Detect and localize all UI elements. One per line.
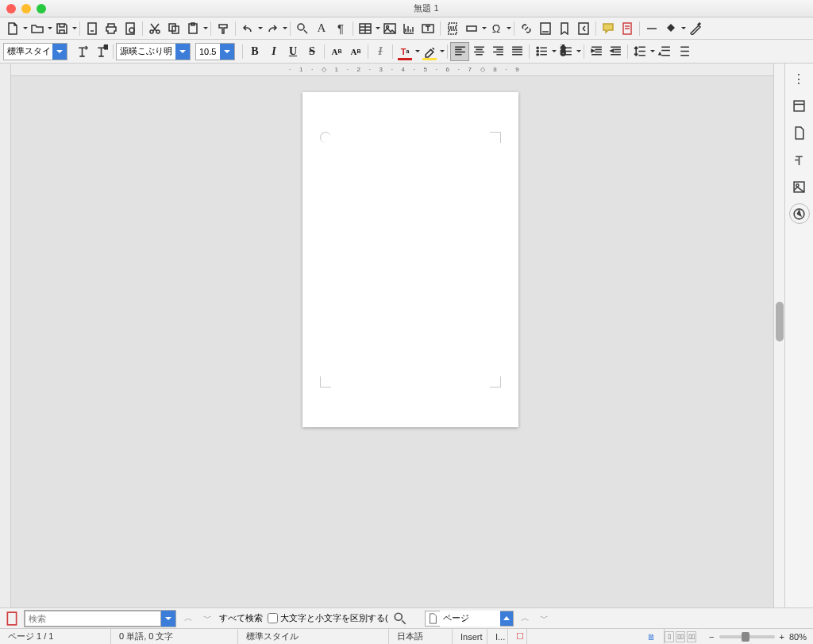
bold-icon[interactable]: B [245, 42, 264, 61]
insert-table-icon[interactable] [356, 19, 375, 38]
font-name-input[interactable] [117, 44, 175, 60]
clear-formatting-icon[interactable]: I [371, 42, 390, 61]
new-document-dropdown[interactable] [22, 19, 28, 38]
status-word-count[interactable]: 0 単語, 0 文字 [111, 629, 238, 644]
zoom-window-button[interactable] [37, 4, 46, 13]
insert-hyperlink-icon[interactable] [517, 19, 536, 38]
decrease-para-spacing-icon[interactable] [674, 42, 693, 61]
close-window-button[interactable] [6, 4, 16, 13]
open-document-dropdown[interactable] [47, 19, 52, 38]
font-size-dropdown-button[interactable] [220, 44, 234, 60]
line-spacing-dropdown[interactable] [649, 42, 655, 61]
paste-dropdown[interactable] [202, 19, 208, 38]
font-name-dropdown-button[interactable] [175, 44, 190, 60]
close-find-icon[interactable] [5, 611, 19, 626]
match-case-input[interactable] [268, 613, 278, 623]
status-language[interactable]: 日本語 [389, 629, 453, 644]
insert-chart-icon[interactable] [399, 19, 418, 38]
minimize-window-button[interactable] [21, 4, 31, 13]
navigate-by-input[interactable] [440, 611, 500, 627]
clone-formatting-icon[interactable] [214, 19, 233, 38]
paragraph-style-input[interactable] [4, 44, 52, 60]
insert-image-icon[interactable] [380, 19, 399, 38]
superscript-icon[interactable]: AB [327, 42, 346, 61]
basic-shapes-icon[interactable] [661, 19, 680, 38]
new-document-icon[interactable] [3, 19, 22, 38]
vertical-ruler[interactable] [0, 64, 11, 607]
save-document-dropdown[interactable] [71, 19, 77, 38]
basic-shapes-dropdown[interactable] [680, 19, 686, 38]
insert-textbox-icon[interactable] [418, 19, 437, 38]
font-color-dropdown[interactable] [414, 42, 420, 61]
find-prev-icon[interactable]: ︿ [181, 611, 195, 626]
italic-icon[interactable]: I [264, 42, 283, 61]
insert-page-break-icon[interactable] [443, 19, 462, 38]
bullet-list-icon[interactable] [532, 42, 551, 61]
zoom-level[interactable]: 80% [789, 632, 807, 642]
increase-indent-icon[interactable] [587, 42, 606, 61]
find-dropdown-button[interactable] [161, 611, 175, 627]
paragraph-style-dropdown-button[interactable] [52, 44, 67, 60]
insert-table-dropdown[interactable] [375, 19, 380, 38]
align-left-icon[interactable] [450, 42, 469, 61]
find-input[interactable] [25, 611, 161, 627]
sidebar-menu-icon[interactable]: ⋮ [789, 68, 810, 89]
status-page-style[interactable]: 標準スタイル [238, 629, 389, 644]
navigator-panel-icon[interactable] [789, 203, 810, 224]
insert-cross-ref-icon[interactable] [574, 19, 593, 38]
align-right-icon[interactable] [488, 42, 507, 61]
subscript-icon[interactable]: AB [346, 42, 365, 61]
insert-field-dropdown[interactable] [481, 19, 487, 38]
find-replace-icon[interactable] [293, 19, 312, 38]
zoom-out-button[interactable]: − [709, 632, 714, 642]
highlight-color-icon[interactable] [420, 42, 439, 61]
insert-special-char-icon[interactable]: Ω [487, 19, 506, 38]
page-panel-icon[interactable] [789, 122, 810, 143]
font-color-icon[interactable]: Ta [395, 42, 414, 61]
bullet-list-dropdown[interactable] [551, 42, 557, 61]
decrease-indent-icon[interactable] [606, 42, 625, 61]
navigate-by-combo[interactable] [425, 611, 514, 627]
insert-footnote-icon[interactable] [536, 19, 555, 38]
font-size-combo[interactable] [195, 43, 235, 60]
horizontal-ruler[interactable]: ·1·◇1·2·3·4·5·6·7◇8·9 [11, 64, 773, 76]
insert-comment-icon[interactable] [599, 19, 618, 38]
status-page[interactable]: ページ 1 / 1 [0, 629, 111, 644]
status-save-icon[interactable]: 🗎 [639, 629, 665, 644]
zoom-in-button[interactable]: + [780, 632, 784, 642]
print-preview-icon[interactable] [121, 19, 140, 38]
find-combo[interactable] [24, 610, 176, 627]
single-page-view-icon[interactable]: ▯ [665, 631, 674, 642]
export-pdf-icon[interactable] [83, 19, 102, 38]
vertical-scrollbar[interactable] [773, 64, 784, 607]
copy-icon[interactable] [164, 19, 183, 38]
insert-field-icon[interactable] [462, 19, 481, 38]
redo-dropdown[interactable] [282, 19, 287, 38]
status-insert-mode[interactable]: Insert [453, 629, 487, 644]
find-all-button[interactable]: すべて検索 [219, 612, 263, 624]
match-case-checkbox[interactable]: 大文字と小文字を区別する( [268, 612, 388, 624]
nav-prev-icon[interactable]: ︿ [518, 611, 533, 626]
multi-page-view-icon[interactable]: ▯▯ [676, 631, 685, 642]
insert-bookmark-icon[interactable] [555, 19, 574, 38]
paragraph-style-combo[interactable] [3, 43, 67, 60]
track-changes-icon[interactable] [618, 19, 637, 38]
nav-next-icon[interactable]: ﹀ [538, 611, 552, 626]
document-canvas[interactable] [11, 76, 773, 607]
scrollbar-thumb[interactable] [776, 302, 784, 341]
align-justify-icon[interactable] [507, 42, 526, 61]
formatting-marks-icon[interactable]: ¶ [331, 19, 350, 38]
book-view-icon[interactable]: ▯▯ [687, 631, 696, 642]
styles-panel-icon[interactable] [789, 149, 810, 170]
status-signature-icon[interactable]: ☐ [508, 629, 527, 644]
undo-dropdown[interactable] [257, 19, 263, 38]
status-selection-mode[interactable]: I... [487, 629, 508, 644]
save-document-icon[interactable] [52, 19, 71, 38]
update-style-icon[interactable] [72, 42, 91, 61]
highlight-color-dropdown[interactable] [439, 42, 445, 61]
navigate-by-dropdown-button[interactable] [500, 611, 513, 626]
underline-icon[interactable]: U [283, 42, 302, 61]
paste-icon[interactable] [183, 19, 202, 38]
new-style-icon[interactable]: a [91, 42, 110, 61]
spellcheck-icon[interactable]: A [312, 19, 331, 38]
